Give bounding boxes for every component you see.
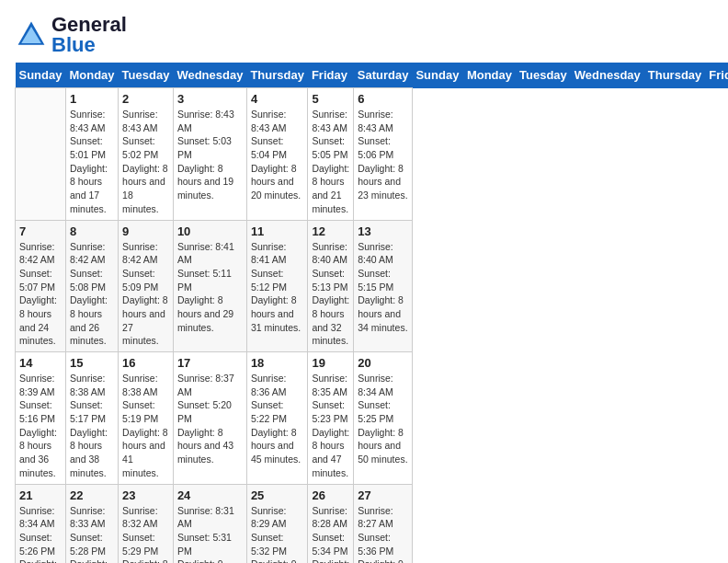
day-info: Sunrise: 8:29 AMSunset: 5:32 PMDaylight:… [251,504,304,564]
day-number: 12 [312,224,349,238]
day-info: Sunrise: 8:42 AMSunset: 5:07 PMDaylight:… [19,240,62,349]
day-header-sunday: Sunday [16,63,66,88]
day-info: Sunrise: 8:35 AMSunset: 5:23 PMDaylight:… [312,372,349,480]
day-info: Sunrise: 8:38 AMSunset: 5:17 PMDaylight:… [70,372,114,480]
day-number: 5 [312,92,349,106]
day-number: 4 [251,92,304,106]
calendar-cell: 12Sunrise: 8:40 AMSunset: 5:13 PMDayligh… [308,220,354,352]
day-header-thursday: Thursday [644,63,706,88]
calendar-cell: 21Sunrise: 8:34 AMSunset: 5:26 PMDayligh… [16,484,66,563]
day-number: 7 [19,224,62,238]
calendar-cell: 23Sunrise: 8:32 AMSunset: 5:29 PMDayligh… [119,484,174,563]
calendar-week-row: 14Sunrise: 8:39 AMSunset: 5:16 PMDayligh… [16,352,729,485]
day-info: Sunrise: 8:42 AMSunset: 5:08 PMDaylight:… [70,240,114,349]
day-info: Sunrise: 8:28 AMSunset: 5:34 PMDaylight:… [312,504,349,564]
calendar-cell: 3Sunrise: 8:43 AMSunset: 5:03 PMDaylight… [173,88,246,221]
day-info: Sunrise: 8:43 AMSunset: 5:03 PMDaylight:… [177,108,243,202]
calendar-cell: 17Sunrise: 8:37 AMSunset: 5:20 PMDayligh… [173,352,246,485]
day-header-tuesday: Tuesday [119,63,174,88]
calendar-cell: 24Sunrise: 8:31 AMSunset: 5:31 PMDayligh… [173,484,246,563]
calendar-cell: 15Sunrise: 8:38 AMSunset: 5:17 PMDayligh… [65,352,118,485]
day-number: 8 [70,224,114,238]
day-number: 13 [358,224,408,238]
day-number: 2 [122,92,169,106]
calendar-cell: 6Sunrise: 8:43 AMSunset: 5:06 PMDaylight… [354,88,413,221]
calendar-header-row: SundayMondayTuesdayWednesdayThursdayFrid… [16,63,729,88]
day-number: 11 [251,224,304,238]
day-info: Sunrise: 8:39 AMSunset: 5:16 PMDaylight:… [19,372,62,480]
day-info: Sunrise: 8:34 AMSunset: 5:26 PMDaylight:… [19,504,62,564]
logo-icon [15,18,48,52]
day-info: Sunrise: 8:27 AMSunset: 5:36 PMDaylight:… [358,504,408,564]
day-number: 23 [122,488,169,502]
calendar-cell: 7Sunrise: 8:42 AMSunset: 5:07 PMDaylight… [16,220,66,352]
day-header-monday: Monday [65,63,118,88]
calendar-cell [16,88,66,221]
day-header-thursday: Thursday [246,63,308,88]
day-info: Sunrise: 8:32 AMSunset: 5:29 PMDaylight:… [122,504,169,564]
day-header-monday: Monday [463,63,516,88]
day-number: 17 [177,356,243,370]
day-info: Sunrise: 8:43 AMSunset: 5:02 PMDaylight:… [122,108,169,216]
day-header-friday: Friday [308,63,354,88]
day-number: 22 [70,488,114,502]
day-number: 16 [122,356,169,370]
day-info: Sunrise: 8:33 AMSunset: 5:28 PMDaylight:… [70,504,114,564]
calendar-cell: 2Sunrise: 8:43 AMSunset: 5:02 PMDaylight… [119,88,174,221]
day-header-wednesday: Wednesday [571,63,644,88]
day-number: 15 [70,356,114,370]
day-header-wednesday: Wednesday [173,63,246,88]
calendar-cell: 13Sunrise: 8:40 AMSunset: 5:15 PMDayligh… [354,220,413,352]
day-number: 14 [19,356,62,370]
calendar-cell: 11Sunrise: 8:41 AMSunset: 5:12 PMDayligh… [246,220,308,352]
day-number: 18 [251,356,304,370]
day-info: Sunrise: 8:31 AMSunset: 5:31 PMDaylight:… [177,504,243,564]
day-number: 21 [19,488,62,502]
day-number: 3 [177,92,243,106]
day-number: 24 [177,488,243,502]
day-number: 6 [358,92,408,106]
day-header-saturday: Saturday [354,63,413,88]
day-info: Sunrise: 8:43 AMSunset: 5:06 PMDaylight:… [358,108,408,202]
calendar-cell: 22Sunrise: 8:33 AMSunset: 5:28 PMDayligh… [65,484,118,563]
calendar-cell: 5Sunrise: 8:43 AMSunset: 5:05 PMDaylight… [308,88,354,221]
day-number: 25 [251,488,304,502]
day-info: Sunrise: 8:38 AMSunset: 5:19 PMDaylight:… [122,372,169,480]
day-info: Sunrise: 8:40 AMSunset: 5:15 PMDaylight:… [358,240,408,335]
day-number: 9 [122,224,169,238]
calendar-cell: 27Sunrise: 8:27 AMSunset: 5:36 PMDayligh… [354,484,413,563]
calendar-cell: 1Sunrise: 8:43 AMSunset: 5:01 PMDaylight… [65,88,118,221]
calendar-cell: 10Sunrise: 8:41 AMSunset: 5:11 PMDayligh… [173,220,246,352]
day-info: Sunrise: 8:43 AMSunset: 5:01 PMDaylight:… [70,108,114,216]
day-info: Sunrise: 8:41 AMSunset: 5:11 PMDaylight:… [177,240,243,335]
day-info: Sunrise: 8:42 AMSunset: 5:09 PMDaylight:… [122,240,169,349]
day-number: 19 [312,356,349,370]
day-header-friday: Friday [705,63,728,88]
day-info: Sunrise: 8:43 AMSunset: 5:05 PMDaylight:… [312,108,349,216]
calendar-cell: 20Sunrise: 8:34 AMSunset: 5:25 PMDayligh… [354,352,413,485]
day-info: Sunrise: 8:37 AMSunset: 5:20 PMDaylight:… [177,372,243,466]
logo-blue: Blue [51,33,96,56]
day-number: 26 [312,488,349,502]
day-info: Sunrise: 8:36 AMSunset: 5:22 PMDaylight:… [251,372,304,466]
logo-text: General Blue [51,15,127,55]
page-header: General Blue [15,15,713,55]
day-info: Sunrise: 8:43 AMSunset: 5:04 PMDaylight:… [251,108,304,202]
calendar-week-row: 7Sunrise: 8:42 AMSunset: 5:07 PMDaylight… [16,220,729,352]
calendar-week-row: 1Sunrise: 8:43 AMSunset: 5:01 PMDaylight… [16,88,729,221]
calendar-cell: 4Sunrise: 8:43 AMSunset: 5:04 PMDaylight… [246,88,308,221]
calendar-table: SundayMondayTuesdayWednesdayThursdayFrid… [15,63,728,563]
logo: General Blue [15,15,127,55]
day-header-tuesday: Tuesday [516,63,571,88]
day-number: 27 [358,488,408,502]
calendar-cell: 19Sunrise: 8:35 AMSunset: 5:23 PMDayligh… [308,352,354,485]
day-info: Sunrise: 8:34 AMSunset: 5:25 PMDaylight:… [358,372,408,466]
day-number: 20 [358,356,408,370]
calendar-week-row: 21Sunrise: 8:34 AMSunset: 5:26 PMDayligh… [16,484,729,563]
calendar-cell: 18Sunrise: 8:36 AMSunset: 5:22 PMDayligh… [246,352,308,485]
calendar-cell: 25Sunrise: 8:29 AMSunset: 5:32 PMDayligh… [246,484,308,563]
calendar-cell: 8Sunrise: 8:42 AMSunset: 5:08 PMDaylight… [65,220,118,352]
day-number: 1 [70,92,114,106]
day-info: Sunrise: 8:40 AMSunset: 5:13 PMDaylight:… [312,240,349,349]
calendar-cell: 26Sunrise: 8:28 AMSunset: 5:34 PMDayligh… [308,484,354,563]
